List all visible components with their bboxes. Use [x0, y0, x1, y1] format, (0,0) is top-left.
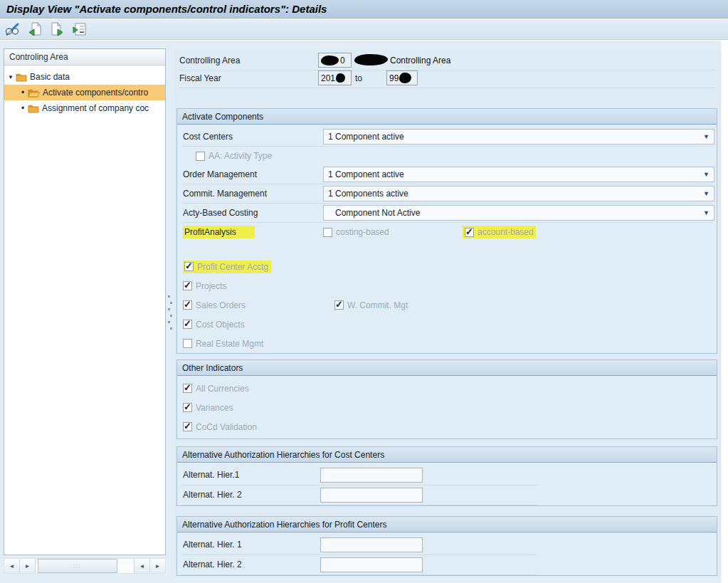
- alt-hier-2-row: Alternat. Hier. 2: [181, 485, 537, 505]
- alt-hier-2-input[interactable]: [320, 488, 423, 503]
- all-currencies-checkbox[interactable]: [183, 384, 192, 393]
- group-title: Alternative Authorization Hierarchies fo…: [182, 450, 384, 460]
- details-form: Controlling Area 0 Controlling Area Fisc…: [174, 48, 721, 578]
- chevron-down-icon: ▼: [703, 190, 709, 197]
- content-area: Controling Area ▼ Basic data •: [0, 41, 728, 583]
- acty-based-costing-dropdown[interactable]: Component Not Active ▼: [323, 205, 714, 221]
- scroll-right-icon[interactable]: ►: [149, 559, 165, 573]
- page-title: Display View "Activate components/contro…: [6, 3, 327, 15]
- scroll-left-icon[interactable]: ◄: [4, 559, 20, 573]
- all-currencies-row: All Currencies: [181, 379, 712, 398]
- commit-management-dropdown[interactable]: 1 Components active ▼: [323, 186, 714, 201]
- group-header: Alternative Authorization Hierarchies fo…: [177, 447, 717, 463]
- panel-splitter-handle[interactable]: [168, 295, 172, 335]
- all-currencies-checkbox-group: All Currencies: [183, 384, 249, 394]
- cocd-validation-row: CoCd Validation: [181, 417, 712, 436]
- alt-hier-2-row: Alternat. Hier. 2: [181, 555, 537, 575]
- alt-hier-1-row: Alternat. Hier. 1: [181, 535, 537, 555]
- group-title: Other Indicators: [182, 363, 243, 373]
- cost-centers-label: Cost Centers: [183, 132, 233, 142]
- w-commit-mgt-checkbox-group: W. Commit. Mgt: [334, 300, 408, 310]
- cocd-validation-label: CoCd Validation: [196, 422, 257, 432]
- account-based-label: account-based: [478, 227, 534, 237]
- open-folder-icon: [28, 88, 40, 98]
- position-entry-icon[interactable]: [70, 21, 88, 37]
- scrollbar-track[interactable]: ∙∙∙∙∙∙: [36, 559, 134, 573]
- sales-orders-row: Sales Orders W. Commit. Mgt: [181, 295, 712, 315]
- alt-hier-1-input[interactable]: [320, 537, 423, 552]
- projects-row: Projects: [181, 276, 712, 295]
- w-commit-mgt-label: W. Commit. Mgt: [347, 300, 408, 310]
- dropdown-value: 1 Component active: [328, 132, 404, 142]
- redaction-blob: [321, 56, 339, 65]
- variances-label: Variances: [196, 403, 233, 413]
- aa-activity-type-checkbox-group: AA: Activity Type: [196, 151, 272, 161]
- tree-item-activate-components[interactable]: • Activate components/contro: [4, 85, 165, 100]
- tree-body: ▼ Basic data •: [4, 65, 165, 116]
- scrollbar-grip: ∙∙∙∙∙∙: [73, 563, 82, 569]
- real-estate-mgmt-checkbox-group: Real Estate Mgmt: [183, 339, 263, 349]
- projects-checkbox[interactable]: [183, 281, 192, 290]
- alt-hier-1-input[interactable]: [320, 468, 423, 483]
- scrollbar-thumb[interactable]: ∙∙∙∙∙∙: [38, 559, 117, 573]
- display-change-icon[interactable]: [4, 21, 21, 37]
- order-management-label: Order Management: [183, 169, 257, 179]
- profit-center-acctg-checkbox[interactable]: [184, 262, 194, 271]
- cost-objects-row: Cost Objects: [181, 315, 712, 334]
- title-bar: Display View "Activate components/contro…: [0, 0, 728, 19]
- profit-center-acctg-row: Profit Center Acctg: [181, 257, 712, 276]
- cost-objects-checkbox-group: Cost Objects: [183, 320, 245, 330]
- commit-management-label: Commit. Management: [183, 189, 267, 199]
- projects-label: Projects: [196, 281, 226, 291]
- alt-hier-1-row: Alternat. Hier.1: [181, 466, 537, 485]
- dropdown-value: 1 Component active: [328, 169, 404, 179]
- to-label: to: [355, 73, 362, 83]
- order-management-row: Order Management 1 Component active ▼: [181, 165, 712, 184]
- tree-item-assignment-company-codes[interactable]: • Assignment of company coc: [4, 100, 165, 116]
- tree-bullet: •: [21, 88, 28, 98]
- alt-auth-cost-centers-group: Alternative Authorization Hierarchies fo…: [176, 446, 717, 506]
- controlling-area-field[interactable]: 0: [318, 53, 352, 68]
- tree-horizontal-scrollbar: ◄ ► ∙∙∙∙∙∙ ◄ ►: [4, 558, 166, 574]
- projects-checkbox-group: Projects: [183, 281, 226, 291]
- costing-based-label: costing-based: [336, 227, 389, 237]
- dropdown-value: Component Not Active: [335, 208, 420, 218]
- redaction-blob: [354, 54, 388, 65]
- dialog-structure-tree: Controling Area ▼ Basic data •: [4, 48, 166, 555]
- expander-icon[interactable]: ▼: [8, 74, 16, 80]
- dropdown-value: 1 Components active: [328, 189, 408, 199]
- real-estate-mgmt-checkbox[interactable]: [183, 339, 192, 348]
- w-commit-mgt-checkbox[interactable]: [334, 300, 344, 310]
- costing-based-checkbox[interactable]: [323, 228, 332, 237]
- fiscal-year-to-field[interactable]: 99: [386, 70, 418, 85]
- cocd-validation-checkbox[interactable]: [183, 422, 192, 431]
- controlling-area-label: Controlling Area: [179, 56, 240, 65]
- alt-hier-2-input[interactable]: [320, 557, 423, 572]
- cocd-validation-checkbox-group: CoCd Validation: [183, 422, 257, 432]
- account-based-checkbox[interactable]: [465, 228, 474, 237]
- fiscal-year-from-field[interactable]: 201: [318, 70, 352, 85]
- variances-checkbox-group: Variances: [183, 403, 233, 413]
- scroll-right-icon[interactable]: ►: [20, 559, 36, 573]
- all-currencies-label: All Currencies: [196, 384, 249, 394]
- right-gutter: [721, 41, 728, 583]
- previous-entry-icon[interactable]: [26, 21, 43, 37]
- aa-activity-type-checkbox[interactable]: [196, 152, 205, 161]
- fiscal-year-to-value: 99: [389, 73, 399, 83]
- variances-checkbox[interactable]: [183, 403, 192, 412]
- cost-objects-checkbox[interactable]: [183, 320, 192, 329]
- group-header: Other Indicators: [177, 360, 717, 376]
- real-estate-mgmt-label: Real Estate Mgmt: [196, 339, 263, 349]
- sales-orders-checkbox[interactable]: [183, 300, 192, 310]
- alt-hier-2-label: Alternat. Hier. 2: [183, 490, 242, 500]
- chevron-down-icon: ▼: [703, 171, 709, 178]
- scroll-left-icon[interactable]: ◄: [134, 559, 149, 573]
- cost-centers-dropdown[interactable]: 1 Component active ▼: [323, 129, 714, 145]
- profit-analysis-row: ProfitAnalysis costing-based account-bas…: [181, 223, 712, 243]
- cost-objects-label: Cost Objects: [196, 320, 245, 330]
- next-entry-icon[interactable]: [48, 21, 65, 37]
- order-management-dropdown[interactable]: 1 Component active ▼: [323, 167, 714, 182]
- group-header: Activate Components: [177, 109, 717, 125]
- tree-item-basic-data[interactable]: ▼ Basic data: [4, 69, 165, 85]
- tree-header-label: Controling Area: [9, 52, 68, 62]
